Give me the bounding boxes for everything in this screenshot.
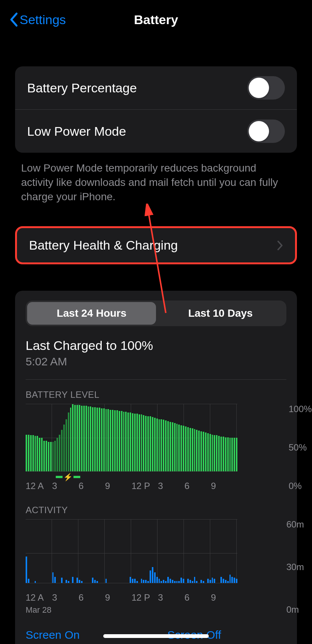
activity-label: ACTIVITY	[26, 505, 286, 515]
low-power-mode-switch[interactable]	[247, 120, 285, 143]
y-tick: 100%	[289, 404, 312, 414]
battery-percentage-label: Battery Percentage	[27, 81, 137, 95]
last-charged-time: 5:02 AM	[26, 355, 286, 368]
y-tick: 50%	[289, 442, 312, 453]
battery-level-chart-wrap: 100% 50% 0% ⚡ 12 A36912 P369	[26, 404, 286, 491]
usage-card: Last 24 Hours Last 10 Days Last Charged …	[15, 291, 297, 644]
activity-y-axis: 60m 30m 0m	[286, 519, 312, 615]
y-tick: 0%	[289, 481, 312, 491]
home-indicator[interactable]	[103, 634, 209, 638]
battery-percentage-switch[interactable]	[247, 76, 285, 100]
battery-percentage-row[interactable]: Battery Percentage	[15, 66, 297, 109]
last-charged-title: Last Charged to 100%	[26, 338, 286, 353]
low-power-mode-row[interactable]: Low Power Mode	[15, 109, 297, 153]
y-tick: 60m	[286, 519, 312, 530]
activity-date: Mar 28	[26, 605, 286, 615]
charging-indicator: ⚡	[56, 472, 80, 481]
y-tick: 30m	[286, 562, 312, 572]
low-power-mode-label: Low Power Mode	[27, 124, 126, 139]
divider	[26, 379, 286, 380]
battery-level-chart[interactable]	[26, 404, 237, 472]
battery-health-row[interactable]: Battery Health & Charging	[15, 226, 297, 264]
back-label: Settings	[20, 12, 66, 27]
toggle-section: Battery Percentage Low Power Mode	[15, 66, 297, 153]
time-range-segmented: Last 24 Hours Last 10 Days	[26, 301, 286, 326]
battery-y-axis: 100% 50% 0%	[289, 404, 312, 491]
y-tick: 0m	[286, 604, 312, 615]
activity-x-axis: 12 A36912 P369	[26, 592, 237, 603]
battery-health-label: Battery Health & Charging	[29, 238, 178, 253]
battery-x-axis: 12 A36912 P369	[26, 481, 237, 491]
chevron-right-icon	[277, 240, 283, 251]
seg-last-24h[interactable]: Last 24 Hours	[27, 302, 156, 325]
back-button[interactable]: Settings	[9, 12, 66, 27]
battery-level-label: BATTERY LEVEL	[26, 389, 286, 400]
seg-last-10d[interactable]: Last 10 Days	[156, 302, 285, 325]
page-title: Battery	[134, 12, 178, 27]
low-power-note: Low Power Mode temporarily reduces backg…	[21, 161, 291, 204]
nav-header: Settings Battery	[0, 0, 312, 36]
bolt-icon: ⚡	[63, 472, 73, 481]
activity-chart-wrap: 60m 30m 0m 12 A36912 P369 Mar 28	[26, 519, 286, 615]
activity-chart[interactable]	[26, 519, 237, 583]
chevron-left-icon	[9, 12, 18, 27]
